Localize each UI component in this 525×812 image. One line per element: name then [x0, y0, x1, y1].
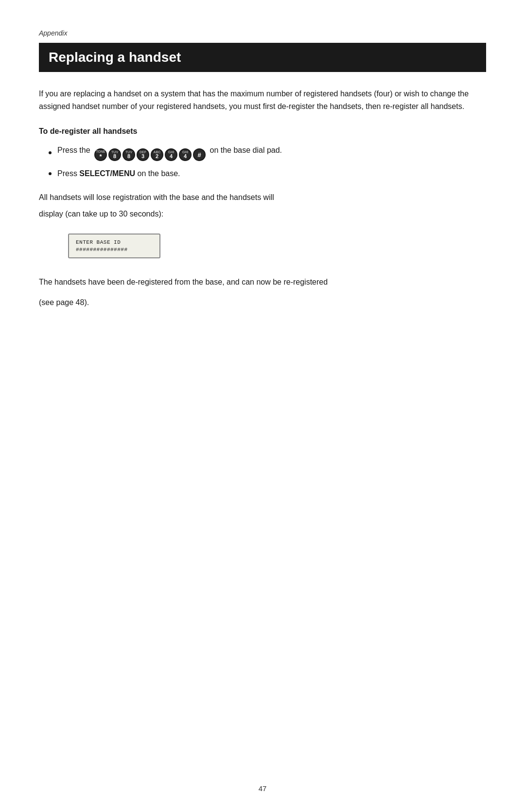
- list-item-1: Press the TONE * TUV 8 TUV 8 D: [49, 144, 486, 161]
- key-4a: GHI 4: [165, 148, 177, 161]
- body-text-1: All handsets will lose registration with…: [39, 191, 486, 204]
- select-menu-label: SELECT/MENU: [79, 169, 135, 178]
- sub-heading: To de-register all handsets: [39, 127, 486, 136]
- section-title: Replacing a handset: [49, 50, 476, 65]
- key-sequence: TONE * TUV 8 TUV 8 DEF 3: [94, 148, 206, 161]
- intro-text: If you are replacing a handset on a syst…: [39, 88, 486, 112]
- display-screen: ENTER BASE ID ###############: [68, 234, 160, 258]
- bullet-dot-1: [49, 151, 52, 154]
- bullet2-text: Press SELECT/MENU on the base.: [57, 168, 180, 180]
- body-text-2: display (can take up to 30 seconds):: [39, 208, 486, 220]
- key-8a: TUV 8: [108, 148, 121, 161]
- bullet-list: Press the TONE * TUV 8 TUV 8 D: [39, 144, 486, 180]
- key-star: TONE *: [94, 148, 107, 161]
- key-hash: #: [193, 148, 206, 161]
- bullet-dot-2: [49, 172, 52, 175]
- display-line-1: ENTER BASE ID: [76, 239, 153, 245]
- list-item-2: Press SELECT/MENU on the base.: [49, 168, 486, 180]
- appendix-label: Appendix: [39, 29, 486, 37]
- closing-text-2: (see page 48).: [39, 296, 486, 309]
- section-title-bar: Replacing a handset: [39, 43, 486, 72]
- closing-text-1: The handsets have been de-registered fro…: [39, 276, 486, 289]
- key-4b: GHI 4: [179, 148, 192, 161]
- page-container: Appendix Replacing a handset If you are …: [0, 0, 525, 812]
- page-number: 47: [259, 784, 267, 793]
- bullet1-text: Press the TONE * TUV 8 TUV 8 D: [57, 144, 282, 161]
- display-line-2: ###############: [76, 247, 153, 253]
- key-3: DEF 3: [137, 148, 149, 161]
- key-8b: TUV 8: [122, 148, 135, 161]
- key-2: ABC 2: [151, 148, 163, 161]
